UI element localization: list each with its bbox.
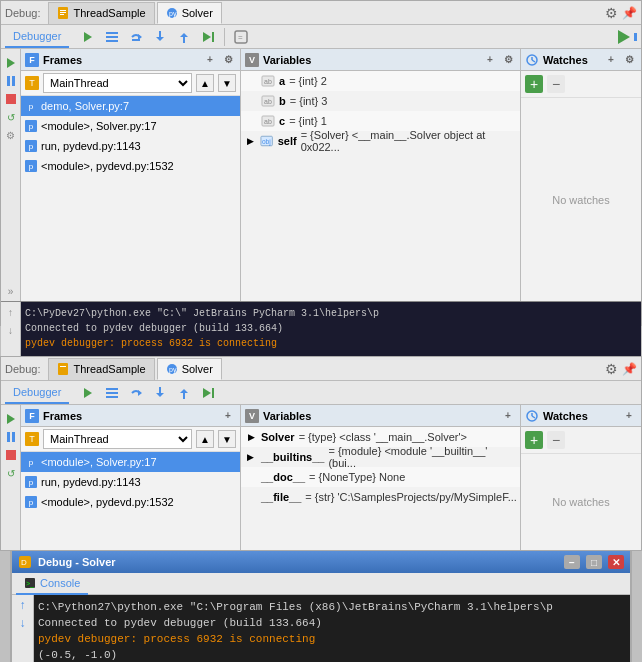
bottom-sub-tab-bar: Debugger	[1, 381, 641, 405]
var-item-b[interactable]: ab b = {int} 3	[241, 91, 520, 111]
bottom-thread-up-btn[interactable]: ▲	[196, 430, 214, 448]
sidebar-expand-btn[interactable]: »	[3, 283, 19, 299]
sidebar-play-btn[interactable]	[3, 55, 19, 71]
console-scroll-down-btn[interactable]: ↓	[15, 615, 31, 631]
bottom-step-over-btn[interactable]	[125, 382, 147, 404]
bottom-variables-icon: V	[245, 409, 259, 423]
bottom-thread-selector: T MainThread ▲ ▼	[21, 427, 240, 452]
console-down-btn[interactable]: ↓	[3, 322, 19, 338]
bottom-play-btn[interactable]	[3, 411, 19, 427]
bottom-debug-label: Debug:	[5, 363, 40, 375]
svg-rect-6	[106, 32, 118, 34]
watches-expand-top-btn[interactable]: +	[603, 52, 619, 68]
bottom-rerun-btn[interactable]: ↺	[3, 465, 19, 481]
svg-text:ab: ab	[264, 118, 272, 125]
bottom-var-builtins[interactable]: ▶ __builtins__ = {module} <module '__bui…	[241, 447, 520, 467]
bottom-var-value-file: = {str} 'C:\SamplesProjects/py/MySimpleF…	[305, 491, 516, 503]
sidebar-settings-btn[interactable]: ⚙	[3, 127, 19, 143]
subtab-debugger[interactable]: Debugger	[5, 26, 69, 48]
frames-settings-btn[interactable]: ⚙	[220, 52, 236, 68]
var-expand-self[interactable]: ▶	[245, 135, 256, 147]
bottom-frame-item-0[interactable]: p <module>, Solver.py:17	[21, 452, 240, 472]
thread-dropdown[interactable]: MainThread	[43, 73, 192, 93]
frames-list-btn[interactable]	[101, 26, 123, 48]
window-maximize-btn[interactable]: □	[586, 555, 602, 569]
sidebar-resume[interactable]	[616, 29, 632, 45]
var-expand-a	[245, 75, 257, 87]
bottom-frames-expand-btn[interactable]: +	[220, 408, 236, 424]
bottom-settings-btn[interactable]: ⚙	[605, 361, 618, 377]
bottom-frame-item-1[interactable]: p run, pydevd.py:1143	[21, 472, 240, 492]
bottom-variables-expand-btn[interactable]: +	[500, 408, 516, 424]
pin-btn[interactable]: 📌	[622, 6, 637, 20]
bottom-var-file[interactable]: __file__ = {str} 'C:\SamplesProjects/py/…	[241, 487, 520, 507]
tab-solver[interactable]: py Solver	[157, 2, 222, 24]
bottom-stop-btn[interactable]	[3, 447, 19, 463]
bottom-subtab-label: Debugger	[13, 386, 61, 398]
watches-settings-top-btn[interactable]: ⚙	[621, 52, 637, 68]
console-tab-bar: >_ Console	[12, 573, 630, 595]
bottom-tab-solver-label: Solver	[182, 363, 213, 375]
window-minimize-btn[interactable]: −	[564, 555, 580, 569]
variables-settings-btn[interactable]: ⚙	[500, 52, 516, 68]
bottom-tab-solver[interactable]: py Solver	[157, 358, 222, 380]
bottom-frames-list: p <module>, Solver.py:17 p run, pydevd.p…	[21, 452, 240, 550]
bottom-thread-dropdown[interactable]: MainThread	[43, 429, 192, 449]
console-scroll-up-btn[interactable]: ↑	[15, 597, 31, 613]
var-item-a[interactable]: ab a = {int} 2	[241, 71, 520, 91]
bottom-variables-header: V Variables +	[241, 405, 520, 427]
step-over-btn[interactable]	[125, 26, 147, 48]
svg-rect-2	[60, 12, 66, 13]
evaluate-btn[interactable]: =	[230, 26, 252, 48]
bottom-pause-btn[interactable]	[3, 429, 19, 445]
thread-down-btn[interactable]: ▼	[218, 74, 236, 92]
variables-expand-btn[interactable]: +	[482, 52, 498, 68]
bottom-var-expand-solver[interactable]: ▶	[245, 431, 257, 443]
step-out-btn[interactable]	[173, 26, 195, 48]
bottom-frame-item-2[interactable]: p <module>, pydevd.py:1532	[21, 492, 240, 512]
svg-marker-42	[203, 388, 211, 398]
variables-header: V Variables + ⚙	[241, 49, 520, 71]
watches-add-btn-bottom[interactable]: +	[525, 431, 543, 449]
frame-icon-0: p	[25, 100, 37, 112]
bottom-var-solver[interactable]: ▶ Solver = {type} <class '__main__.Solve…	[241, 427, 520, 447]
sidebar-stop-btn[interactable]	[3, 91, 19, 107]
console-tab[interactable]: >_ Console	[16, 573, 88, 595]
run-to-cursor-btn[interactable]	[197, 26, 219, 48]
bottom-run-cursor-btn[interactable]	[197, 382, 219, 404]
frame-item-1[interactable]: p <module>, Solver.py:17	[21, 116, 240, 136]
console-line-3: pydev debugger: process 6932 is connecti…	[25, 336, 637, 351]
frame-item-3[interactable]: p <module>, pydevd.py:1532	[21, 156, 240, 176]
thread-up-btn[interactable]: ▲	[196, 74, 214, 92]
bottom-step-out-btn[interactable]	[173, 382, 195, 404]
var-item-self[interactable]: ▶ obj self = {Solver} <__main__.Solver o…	[241, 131, 520, 151]
bottom-subtab-debugger[interactable]: Debugger	[5, 382, 69, 404]
window-close-btn[interactable]: ✕	[608, 555, 624, 569]
step-into-btn[interactable]	[149, 26, 171, 48]
bottom-var-expand-builtins[interactable]: ▶	[245, 451, 257, 463]
frames-expand-btn[interactable]: +	[202, 52, 218, 68]
sidebar-pause-btn[interactable]	[3, 73, 19, 89]
console-tab-label: Console	[40, 577, 80, 589]
frame-item-2[interactable]: p run, pydevd.py:1143	[21, 136, 240, 156]
watches-expand-bottom-btn[interactable]: +	[621, 408, 637, 424]
watches-remove-btn-top[interactable]: −	[547, 75, 565, 93]
frame-text-1: <module>, Solver.py:17	[41, 120, 157, 132]
frame-item-0[interactable]: p demo, Solver.py:7	[21, 96, 240, 116]
console-up-btn[interactable]: ↑	[3, 304, 19, 320]
sidebar-rerun-btn[interactable]: ↺	[3, 109, 19, 125]
bottom-var-doc[interactable]: __doc__ = {NoneType} None	[241, 467, 520, 487]
tab-threadsample[interactable]: ThreadSample	[48, 2, 154, 24]
var-item-c[interactable]: ab c = {int} 1	[241, 111, 520, 131]
settings-btn[interactable]: ⚙	[605, 5, 618, 21]
bottom-resume-btn[interactable]	[77, 382, 99, 404]
resume-btn[interactable]	[77, 26, 99, 48]
bottom-step-into-btn[interactable]	[149, 382, 171, 404]
bottom-frames-btn[interactable]	[101, 382, 123, 404]
watches-add-btn-top[interactable]: +	[525, 75, 543, 93]
frame-icon-1: p	[25, 120, 37, 132]
watches-remove-btn-bottom[interactable]: −	[547, 431, 565, 449]
bottom-tab-threadsample[interactable]: ThreadSample	[48, 358, 154, 380]
bottom-thread-down-btn[interactable]: ▼	[218, 430, 236, 448]
bottom-pin-btn[interactable]: 📌	[622, 362, 637, 376]
